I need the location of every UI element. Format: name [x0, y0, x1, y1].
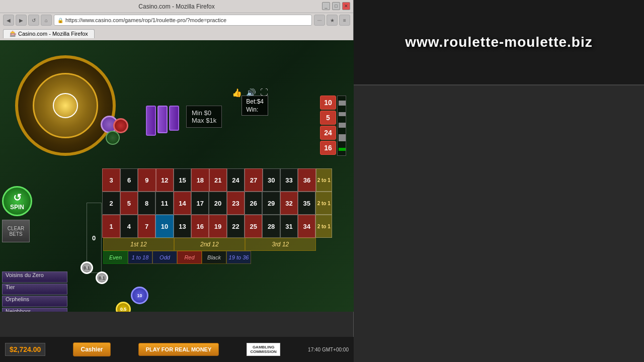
spin-button[interactable]: ↺ SPIN [2, 186, 32, 216]
cell-5[interactable]: 5 [120, 192, 138, 215]
cell-33[interactable]: 33 [280, 168, 298, 192]
cell-28[interactable]: 28 [262, 215, 280, 238]
table-zero-label [86, 168, 102, 192]
play-real-button[interactable]: PLAY FOR REAL MONEY [138, 343, 219, 356]
cell-32[interactable]: 32 [280, 192, 298, 215]
thumbs-up-icon[interactable]: 👍 [232, 88, 242, 98]
even-label[interactable]: Even [103, 251, 128, 264]
bar-segment [339, 112, 346, 116]
cell-29[interactable]: 29 [262, 192, 280, 215]
cell-19[interactable]: 19 [209, 215, 226, 238]
cell-36[interactable]: 36 [298, 168, 315, 192]
cell-1[interactable]: 1 [102, 215, 120, 238]
minmax-display: Min $0 Max $1k [186, 106, 222, 128]
cell-16[interactable]: 16 [191, 215, 209, 238]
table-row-mid: 2 5 8 11 14 17 20 23 26 29 32 35 2 to 1 [86, 192, 332, 215]
chip-blue-lg[interactable]: 10 [131, 287, 148, 304]
history-area: 10 5 24 16 [320, 96, 346, 156]
cell-26[interactable]: 26 [245, 192, 262, 215]
cell-31[interactable]: 31 [280, 215, 298, 238]
cell-17[interactable]: 17 [191, 192, 209, 215]
cell-21[interactable]: 21 [209, 168, 227, 192]
dozen-row: 1st 12 2nd 12 3rd 12 [103, 238, 332, 251]
cell-9[interactable]: 9 [138, 168, 155, 192]
col-2-1-label[interactable]: 2 to 1 [316, 168, 332, 192]
tab-label: Casino.com - Mozilla Firefox [18, 31, 88, 37]
menu-button[interactable]: ≡ [339, 15, 350, 26]
cell-30[interactable]: 30 [263, 168, 280, 192]
chip-01[interactable]: 0.1 [80, 261, 93, 274]
second-dozen-label[interactable]: 2nd 12 [174, 238, 245, 251]
cell-6[interactable]: 6 [120, 168, 138, 192]
bookmark-button[interactable]: ★ [327, 15, 338, 26]
cashier-button[interactable]: Cashier [73, 342, 110, 356]
history-col-1: 10 5 24 16 [320, 96, 336, 155]
cell-11[interactable]: 11 [155, 192, 173, 215]
cell-35[interactable]: 35 [298, 192, 315, 215]
first-dozen-label[interactable]: 1st 12 [103, 238, 174, 251]
more-button[interactable]: ··· [314, 15, 325, 26]
forward-button[interactable]: ▶ [16, 15, 27, 26]
cell-13[interactable]: 13 [174, 215, 191, 238]
maximize-button[interactable]: □ [332, 2, 340, 10]
orphelins-button[interactable]: Orphelins [2, 296, 67, 307]
neighbors-button[interactable]: Neighbors [2, 308, 67, 312]
url-box[interactable]: 🔒 https://www.casino.com/games/rop/1/rou… [54, 15, 312, 26]
bar-segment [339, 123, 346, 128]
cell-12[interactable]: 12 [156, 168, 174, 192]
tab-bar: 🎰 Casino.com - Mozilla Firefox [0, 27, 353, 40]
history-cards: 10 5 24 16 [320, 96, 346, 156]
close-button[interactable]: ✕ [342, 2, 350, 10]
one-to-18-label[interactable]: 1 to 18 [128, 251, 152, 264]
max-bet: Max $1k [192, 117, 216, 124]
tier-button[interactable]: Tier [2, 284, 67, 295]
active-tab[interactable]: 🎰 Casino.com - Mozilla Firefox [3, 29, 95, 38]
red-label[interactable]: Red [177, 251, 202, 264]
19-to-36-label[interactable]: 19 to 36 [226, 251, 251, 264]
cell-25[interactable]: 25 [245, 215, 262, 238]
cell-7[interactable]: 7 [138, 215, 155, 238]
chip-01b[interactable]: 0.1 [96, 272, 108, 284]
tab-favicon: 🎰 [10, 31, 18, 37]
cell-22[interactable]: 22 [227, 215, 245, 238]
cell-10[interactable]: 10 [155, 215, 173, 238]
chip-stack-1[interactable] [146, 106, 156, 136]
browser-title: Casino.com - Mozilla Firefox [138, 3, 214, 10]
history-card-1: 10 [320, 96, 336, 110]
cell-18[interactable]: 18 [191, 168, 209, 192]
col-2-2-label[interactable]: 2 to 1 [315, 192, 332, 215]
table-row-bot: 0 1 4 7 10 13 16 19 22 25 28 31 34 2 to … [86, 215, 332, 238]
cell-24[interactable]: 24 [227, 168, 245, 192]
cell-23[interactable]: 23 [227, 192, 245, 215]
history-card-3: 24 [320, 126, 336, 140]
cell-3[interactable]: 3 [102, 168, 120, 192]
bet-value: $4 [257, 98, 264, 105]
cell-20[interactable]: 20 [209, 192, 226, 215]
cell-8[interactable]: 8 [138, 192, 155, 215]
cell-14[interactable]: 14 [174, 192, 191, 215]
clear-button[interactable]: CLEAR BETS [2, 220, 30, 242]
third-dozen-label[interactable]: 3rd 12 [245, 238, 316, 251]
black-label[interactable]: Black [202, 251, 226, 264]
cell-27[interactable]: 27 [245, 168, 262, 192]
odd-label[interactable]: Odd [152, 251, 177, 264]
cell-34[interactable]: 34 [298, 215, 315, 238]
voisins-button[interactable]: Voisins du Zero [2, 272, 67, 283]
cell-2[interactable]: 2 [102, 192, 120, 215]
chip-stack-3[interactable] [169, 106, 179, 131]
cell-15[interactable]: 15 [174, 168, 191, 192]
game-area: 👍 🔊 ⛶ Min $0 Max $1k 10 5 24 16 [0, 40, 354, 312]
back-button[interactable]: ◀ [3, 15, 14, 26]
minimize-button[interactable]: _ [322, 2, 330, 10]
bar-segment [339, 101, 346, 106]
bet-display: Bet: $4 Win: [242, 96, 268, 116]
refresh-button[interactable]: ↺ [28, 15, 39, 26]
chip-stack-row [146, 106, 179, 136]
col-2-3-label[interactable]: 2 to 1 [315, 215, 332, 238]
home-button[interactable]: ⌂ [41, 15, 52, 26]
chip-stack-2[interactable] [157, 106, 168, 133]
browser-panel: Casino.com - Mozilla Firefox _ □ ✕ ◀ ▶ ↺… [0, 0, 354, 362]
chip-green[interactable] [106, 131, 120, 145]
wheel-inner [33, 73, 98, 138]
cell-4[interactable]: 4 [120, 215, 138, 238]
